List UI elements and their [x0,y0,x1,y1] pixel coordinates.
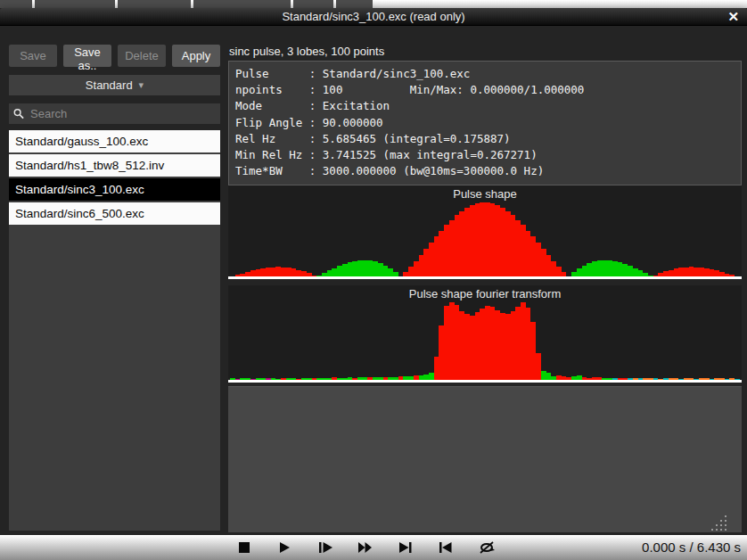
fast-forward-button[interactable] [357,540,374,555]
pulse-editor-dialog: Standard/sinc3_100.exc (read only) ✕ Sav… [0,8,747,535]
dialog-titlebar: Standard/sinc3_100.exc (read only) ✕ [0,8,747,26]
chart-baseline [228,380,742,383]
background-tab-bar [0,0,747,8]
simulation-display-panel [228,386,742,532]
play-button[interactable] [277,540,293,555]
chart-bar [393,272,398,276]
search-icon [13,108,24,119]
pulse-info-box: Pulse : Standard/sinc3_100.exc npoints :… [228,61,742,185]
chevron-down-icon: ▾ [139,79,144,91]
background-tab[interactable] [35,0,115,8]
fourier-transform-chart: Pulse shape fourier transform [228,285,742,383]
dialog-title: Standard/sinc3_100.exc (read only) [282,10,464,23]
list-item[interactable]: Standard/hs1_tbw8_512.inv [9,154,220,177]
close-icon[interactable]: ✕ [727,9,739,25]
chart-bar [562,272,567,276]
category-dropdown[interactable]: Standard ▾ [9,75,220,95]
fourier-transform-title: Pulse shape fourier transform [228,285,742,301]
apply-button[interactable]: Apply [172,45,220,67]
fourier-bars [230,302,740,380]
category-dropdown-value: Standard [86,78,133,92]
save-as-button[interactable]: Save as.. [63,45,111,67]
search-input[interactable] [29,106,216,121]
background-tab[interactable] [0,0,32,8]
pulse-description: sinc pulse, 3 lobes, 100 points [229,45,384,58]
list-item[interactable]: Standard/sinc6_500.exc [9,202,220,225]
loop-off-icon[interactable] [478,540,494,555]
pulse-file-list: Standard/gauss_100.exc Standard/hs1_tbw8… [9,130,220,531]
chart-bar [735,379,740,380]
skip-to-start-button[interactable] [438,540,454,555]
step-forward-button[interactable] [317,540,333,555]
background-tab[interactable] [336,0,373,8]
background-tab[interactable] [193,0,291,8]
list-item[interactable]: Standard/gauss_100.exc [9,130,220,152]
toolbar: Save Save as.. Delete Apply [9,45,220,67]
playback-transport-bar: 0.000 s / 6.430 s [0,535,747,560]
delete-button[interactable]: Delete [118,45,166,67]
chart-baseline [228,276,742,279]
stop-button[interactable] [237,540,253,555]
playback-time: 0.000 s / 6.430 s [642,539,741,555]
skip-to-end-button[interactable] [398,540,414,555]
search-box [9,103,220,124]
list-item[interactable]: Standard/sinc3_100.exc [9,178,220,201]
save-button[interactable]: Save [9,45,57,67]
chart-bar [729,275,735,276]
pulse-shape-chart: Pulse shape [228,185,742,279]
resize-grip[interactable] [704,515,728,533]
pulse-shape-title: Pulse shape [228,185,742,202]
pulse-shape-bars [230,202,740,276]
background-tab[interactable] [293,0,333,8]
background-tab[interactable] [118,0,191,8]
